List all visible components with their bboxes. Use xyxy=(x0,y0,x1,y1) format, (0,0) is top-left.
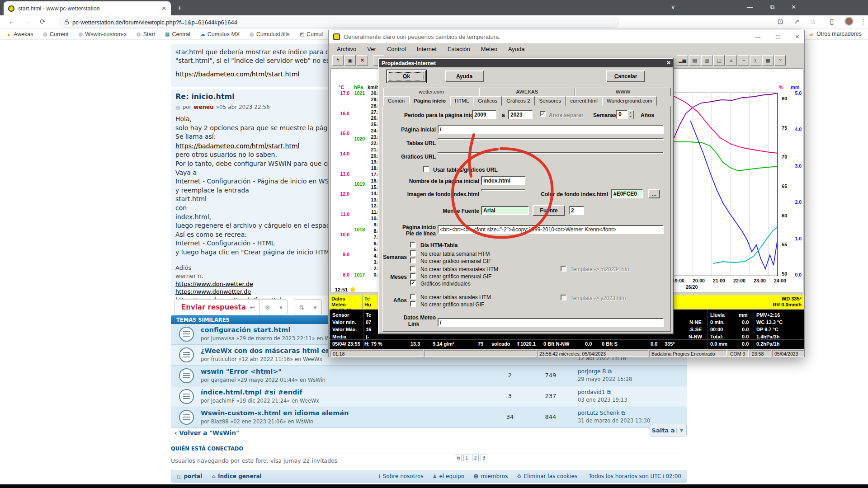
bookmark-item[interactable]: ◩ Cumul xyxy=(300,31,323,38)
semanas-spinner[interactable]: 0 ▲▼ xyxy=(616,110,634,119)
new-tab-button[interactable]: + xyxy=(177,4,182,13)
dialog-tab[interactable]: Común xyxy=(383,96,409,106)
anos-separar-checkbox[interactable]: ✓ xyxy=(540,111,546,117)
menue-fuente-input[interactable]: Arial xyxy=(481,206,529,215)
page-number[interactable]: 1 xyxy=(463,455,470,461)
cancel-button[interactable]: Cancelar xyxy=(606,70,645,82)
menu-item[interactable]: Ver xyxy=(367,46,376,52)
periodo-to-input[interactable]: 2023 xyxy=(508,110,533,119)
toolbar-button[interactable]: ▦ xyxy=(762,55,774,66)
topic-lastpost-by[interactable]: porLutz Schenk ⧉ xyxy=(578,410,625,416)
sem2-checkbox[interactable] xyxy=(410,258,416,263)
side-panel-icon[interactable]: ▯ xyxy=(830,18,834,26)
post-author[interactable]: weneu xyxy=(193,104,213,110)
topic-lastpost-by[interactable]: porJorge B ⧉ xyxy=(578,368,612,375)
pagina-inicial-input[interactable]: / xyxy=(438,125,664,134)
wswin-minimize-icon[interactable]: — xyxy=(755,33,760,40)
save-button[interactable]: ▣ xyxy=(344,55,356,66)
fuente-size-input[interactable]: 2 xyxy=(569,206,584,215)
dialog-tab[interactable]: Sensores xyxy=(535,96,566,106)
back-to-forum-link[interactable]: ‹ Volver a "WsWin" xyxy=(175,429,239,436)
dialog-tab[interactable]: AWEKAS xyxy=(479,88,575,96)
dialog-tab[interactable]: Gráficos xyxy=(473,96,502,106)
dialog-tab[interactable]: WWW xyxy=(575,88,671,96)
sem1-checkbox[interactable] xyxy=(410,250,416,256)
dialog-tab[interactable]: current.html xyxy=(566,96,602,106)
dia-htm-checkbox[interactable] xyxy=(410,242,416,248)
toolbar-button[interactable]: ▤ xyxy=(689,55,700,66)
bookmark-item[interactable]: ▲ Awekas xyxy=(6,31,33,38)
tablas-url-input[interactable] xyxy=(438,138,664,140)
bookmark-item[interactable]: ◍ Start xyxy=(137,31,155,38)
tab-search-icon[interactable]: ∨ xyxy=(671,4,675,10)
menu-item[interactable]: Ayuda xyxy=(508,46,525,52)
window-restore-icon[interactable]: ⧉ xyxy=(770,4,774,11)
bookmark-item[interactable]: ◍ Current xyxy=(43,31,68,38)
template-m-checkbox[interactable] xyxy=(561,266,566,272)
jump-to-button[interactable]: Salta a ▼ xyxy=(650,424,687,436)
sort-button[interactable]: ⇅▾ xyxy=(294,299,322,315)
usar-tablas-checkbox[interactable] xyxy=(423,166,429,172)
template-y-checkbox[interactable] xyxy=(561,295,566,300)
nombre-pagina-input[interactable]: index.html xyxy=(481,176,525,185)
wswin-close-icon[interactable]: ✕ xyxy=(795,33,800,40)
bookmark-item[interactable]: ◍ Wswin-custom-x xyxy=(79,31,127,38)
dialog-close-icon[interactable]: ✕ xyxy=(666,60,671,66)
pie-de-linea-input[interactable]: <br><br><br><font size="-2">&copy;1999-2… xyxy=(438,225,664,234)
menu-item[interactable]: Meteo xyxy=(481,46,497,52)
ano2-checkbox[interactable] xyxy=(410,301,416,307)
page-number[interactable]: 2 xyxy=(472,455,479,461)
window-close-icon[interactable]: ✕ xyxy=(791,4,796,10)
tab-close-icon[interactable]: ✕ xyxy=(161,5,166,12)
footer-link[interactable]: Todos los horarios son UTC+02:00 xyxy=(586,473,681,479)
wswin-titlebar[interactable]: Generalmente claro con pequeños cambios … xyxy=(329,30,804,44)
graficos-url-input[interactable] xyxy=(438,152,664,154)
menu-item[interactable]: Internet xyxy=(417,46,437,52)
mes3-checkbox[interactable]: ✓ xyxy=(410,280,416,286)
back-icon[interactable]: ← xyxy=(8,18,15,25)
window-minimize-icon[interactable]: — xyxy=(747,4,753,10)
dialog-tab[interactable]: Wunderground.com xyxy=(602,96,657,106)
dialog-titlebar[interactable]: Propiedades-Internet ✕ xyxy=(379,59,673,67)
footer-link[interactable]: ⌂ Índice general xyxy=(212,473,262,479)
footer-link[interactable]: ℹ Sobre nosotros xyxy=(379,473,424,479)
mes1-checkbox[interactable] xyxy=(410,266,416,272)
dialog-tab[interactable]: wetter.com xyxy=(383,88,479,96)
menu-item[interactable]: Estación xyxy=(448,46,470,52)
fuente-button[interactable]: Fuente xyxy=(533,205,565,216)
reply-button[interactable]: Enviar respuesta ↩ xyxy=(175,299,262,315)
datos-link-input[interactable]: / xyxy=(438,318,664,327)
forward-icon[interactable]: → xyxy=(24,18,30,25)
imagen-fondo-input[interactable] xyxy=(481,189,525,191)
color-picker-button[interactable]: ... xyxy=(648,189,660,198)
share-icon[interactable]: ↗ xyxy=(794,18,800,26)
footer-link[interactable]: ◫ portal xyxy=(177,473,202,479)
menu-item[interactable]: Archivo xyxy=(337,46,356,52)
browser-tab[interactable]: start.html - www.pc-wetterstation ✕ xyxy=(4,1,171,15)
footer-link[interactable]: ♟ el equipo xyxy=(433,473,464,479)
address-bar[interactable]: pc-wetterstation.de/forum/viewtopic.php?… xyxy=(59,17,619,28)
bookmark-star-icon[interactable]: ☆ xyxy=(810,18,816,26)
color-fondo-input[interactable]: #E0FCE0 xyxy=(611,189,643,198)
reload-icon[interactable]: ⟳ xyxy=(40,18,46,26)
toolbar-button[interactable]: ▥ xyxy=(701,55,712,66)
bookmark-item[interactable]: ◍ CumulusUtils xyxy=(250,31,289,38)
profile-avatar[interactable] xyxy=(844,17,854,27)
topic-tools-button[interactable]: ⚙▾ xyxy=(259,299,288,315)
menu-item[interactable]: Control xyxy=(387,46,406,52)
ano1-checkbox[interactable] xyxy=(410,294,416,300)
spinner-arrows-icon[interactable]: ▲▼ xyxy=(627,110,634,119)
footer-link[interactable]: ☻ miembros xyxy=(473,473,508,479)
toolbar-button[interactable]: ? xyxy=(774,55,786,66)
toolbar-button[interactable]: Σ xyxy=(750,55,761,66)
footer-link[interactable]: ♻ Eliminar las cookies xyxy=(517,473,577,479)
wswin-maximize-icon[interactable]: □ xyxy=(776,33,779,40)
bookmark-item[interactable]: ▦ Central xyxy=(165,31,190,38)
toolbar-button[interactable]: ▂▅ xyxy=(677,55,688,66)
dialog-tab[interactable]: HTML xyxy=(450,96,473,106)
translate-icon[interactable]: ⊡ xyxy=(778,18,783,26)
page-number[interactable]: 3 xyxy=(481,455,487,461)
bookmark-item[interactable]: ☁ Cumulus MX xyxy=(200,31,240,38)
topic-title-link[interactable]: índice.html.tmpl #si #endif xyxy=(201,389,302,396)
toolbar-button[interactable]: ◔ xyxy=(738,55,749,66)
